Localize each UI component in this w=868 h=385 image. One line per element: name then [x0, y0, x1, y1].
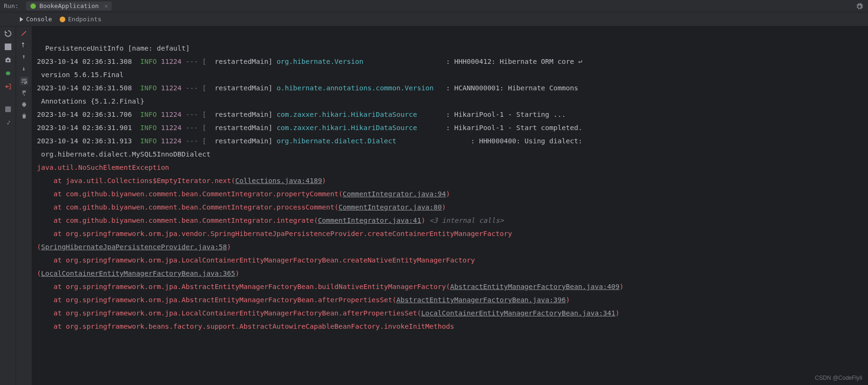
stack-close: ) [421, 217, 425, 224]
thread: restartedMain] [206, 58, 273, 65]
log-line: org.hibernate.dialect.MySQL5InnoDBDialec… [37, 150, 211, 158]
stack-close: ) [620, 283, 624, 290]
main-area: ↑ ↓ PersistenceUnitInfo [name: default] … [0, 26, 868, 385]
svg-rect-6 [23, 102, 25, 103]
stack-link[interactable]: AbstractEntityManagerFactoryBean.java:39… [397, 296, 566, 304]
internal-calls-hint: <3 internal calls> [425, 217, 504, 224]
thread: restartedMain] [206, 124, 273, 131]
message: : HikariPool-1 - Start completed. [446, 124, 582, 131]
layout-icon[interactable] [4, 105, 12, 114]
log-line: version 5.6.15.Final [37, 71, 124, 79]
pid: 11224 [161, 124, 182, 131]
message: : HHH000400: Using dialect: [471, 137, 583, 145]
trash-icon[interactable] [21, 113, 27, 119]
timestamp: 2023-10-14 02:36:31.508 [37, 84, 132, 92]
timestamp: 2023-10-14 02:36:31.308 [37, 58, 132, 65]
stack-at: at java.util.Collections$EmptyIterator.n… [37, 177, 235, 184]
log-level: INFO [140, 137, 157, 145]
svg-rect-1 [5, 44, 11, 50]
exit-icon[interactable] [4, 82, 12, 91]
wrap-icon[interactable] [20, 77, 28, 85]
tool-tabs: Console Endpoints [0, 12, 868, 26]
scroll-end-icon[interactable] [21, 90, 27, 96]
logger: org.hibernate.dialect.Dialect [276, 137, 396, 145]
stack-open: ( [37, 243, 41, 251]
camera-icon[interactable] [4, 56, 12, 64]
log-line: Annotations {5.1.2.Final} [37, 97, 144, 105]
up-arrow-icon[interactable]: ↑ [22, 53, 26, 60]
stack-at: at org.springframework.orm.jpa.LocalCont… [37, 256, 475, 264]
message: : HikariPool-1 - Starting ... [446, 111, 566, 118]
log-level: INFO [140, 58, 157, 65]
timestamp: 2023-10-14 02:36:31.901 [37, 124, 132, 131]
edit-icon[interactable] [20, 29, 28, 37]
stack-at: at com.github.biyanwen.comment.bean.Comm… [37, 190, 343, 198]
tab-console-label: Console [26, 16, 52, 23]
separator: --- [ [186, 124, 206, 131]
stack-link[interactable]: CommentIntegrator.java:80 [338, 203, 442, 211]
stop-icon[interactable] [4, 43, 12, 51]
svg-point-0 [30, 3, 36, 9]
endpoints-icon [60, 17, 65, 22]
log-level: INFO [140, 84, 157, 92]
exception: java.util.NoSuchElementException [37, 164, 169, 171]
svg-rect-5 [22, 104, 26, 106]
rerun-icon[interactable] [4, 29, 12, 38]
stack-at: at com.github.biyanwen.comment.bean.Comm… [37, 217, 318, 224]
stack-close: ) [446, 190, 450, 198]
tab-endpoints-label: Endpoints [68, 16, 101, 23]
spring-icon [30, 3, 36, 9]
stack-at: at com.github.biyanwen.comment.bean.Comm… [37, 203, 338, 211]
pid: 11224 [161, 137, 182, 145]
logger: com.zaxxer.hikari.HikariDataSource [276, 111, 417, 118]
separator: --- [ [186, 137, 206, 145]
console-output[interactable]: PersistenceUnitInfo [name: default] 2023… [32, 26, 868, 385]
svg-rect-4 [5, 106, 11, 112]
console-icon [20, 17, 23, 22]
stack-open: ( [37, 270, 41, 277]
pid: 11224 [161, 84, 182, 92]
message: : HHH000412: Hibernate ORM core [446, 58, 578, 65]
logger: o.hibernate.annotations.common.Version [276, 84, 434, 92]
sort-icon[interactable] [21, 42, 27, 48]
stack-at: at org.springframework.orm.jpa.AbstractE… [37, 296, 397, 304]
left-toolbar-1 [0, 26, 16, 385]
stack-link[interactable]: SpringHibernateJpaPersistenceProvider.ja… [41, 243, 227, 251]
bug-icon[interactable] [4, 69, 12, 78]
stack-at: at org.springframework.orm.jpa.AbstractE… [37, 283, 450, 290]
close-tab-icon[interactable]: × [105, 2, 108, 9]
log-level: INFO [140, 111, 157, 118]
stack-close: ) [322, 177, 326, 184]
down-arrow-icon[interactable]: ↓ [22, 65, 26, 72]
run-label: Run: [4, 2, 18, 9]
log-level: INFO [140, 124, 157, 131]
stack-link[interactable]: LocalContainerEntityManagerFactoryBean.j… [421, 309, 615, 317]
print-icon[interactable] [21, 101, 27, 108]
separator: --- [ [186, 84, 206, 92]
message: : HCANN000001: Hibernate Commons [446, 84, 578, 92]
gear-icon[interactable] [856, 3, 863, 10]
stack-at: at org.springframework.orm.jpa.LocalCont… [37, 309, 421, 317]
stack-link[interactable]: LocalContainerEntityManagerFactoryBean.j… [41, 270, 235, 277]
stack-close: ) [227, 243, 231, 251]
stack-close: ) [615, 309, 620, 317]
pin-icon[interactable] [4, 118, 12, 127]
thread: restartedMain] [206, 111, 273, 118]
stack-link[interactable]: CommentIntegrator.java:94 [343, 190, 446, 198]
stack-link[interactable]: Collections.java:4189 [235, 177, 322, 184]
logger: org.hibernate.Version [276, 58, 363, 65]
tab-endpoints[interactable]: Endpoints [60, 16, 101, 23]
stack-link[interactable]: AbstractEntityManagerFactoryBean.java:40… [450, 283, 620, 290]
left-toolbar-2: ↑ ↓ [16, 26, 32, 385]
stack-at: at org.springframework.beans.factory.sup… [37, 323, 454, 330]
pid: 11224 [161, 111, 182, 118]
run-config-tab[interactable]: BookeApplication × [26, 1, 112, 10]
log-line: PersistenceUnitInfo [name: default] [37, 44, 190, 52]
tab-console[interactable]: Console [20, 16, 52, 23]
stack-at: at org.springframework.orm.jpa.vendor.Sp… [37, 230, 512, 237]
watermark: CSDN @CodeFlyIi [815, 375, 862, 381]
timestamp: 2023-10-14 02:36:31.913 [37, 137, 132, 145]
stack-link[interactable]: CommentIntegrator.java:41 [318, 217, 421, 224]
logger: com.zaxxer.hikari.HikariDataSource [276, 124, 417, 131]
svg-point-2 [7, 60, 9, 61]
